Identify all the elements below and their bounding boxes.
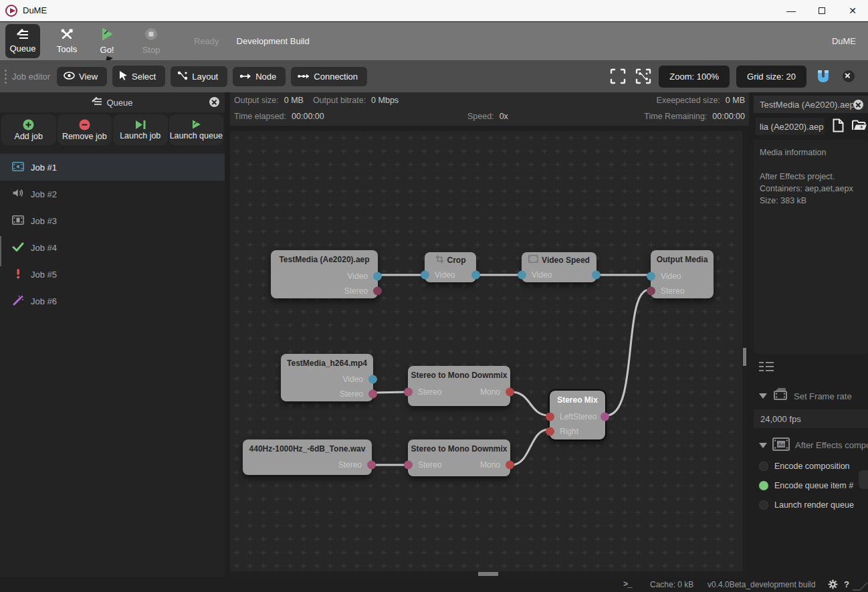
output-bitrate-value: 0 Mbps [371,96,399,105]
node-video-speed[interactable]: Video Speed Video [522,252,596,282]
close-button[interactable]: ✕ [837,0,868,21]
view-menu-button[interactable]: View [57,67,107,86]
option-launch-render-queue[interactable]: Launch render queue [759,500,854,510]
job-item-2[interactable]: Job #2 [0,181,225,207]
output-port[interactable] [506,461,514,470]
input-port[interactable] [404,461,413,470]
option-encode-queue-item[interactable]: Encode queue item # [759,481,853,490]
graph-vertical-scrollbar[interactable] [742,131,747,577]
ae-composition-section[interactable]: Ae After Effects compo [759,437,868,453]
input-port[interactable] [518,271,526,280]
frame-rate-section[interactable]: Set Frame rate [759,388,868,404]
output-bitrate-label: Output bitrate: [313,96,366,105]
graph-horizontal-scrollbar[interactable] [230,571,742,577]
eye-icon [64,72,75,82]
node-tone-wav[interactable]: 440Hz-1000Hz_-6dB_Tone.wav Stereo [243,439,372,475]
input-port[interactable] [647,272,655,281]
output-port[interactable] [592,271,601,280]
snap-magnet-icon[interactable] [813,66,833,86]
output-port[interactable] [367,461,376,470]
toolbar-drag-handle[interactable] [5,70,7,84]
connection-icon [298,72,310,82]
expected-size-value: 0 MB [726,96,745,105]
input-port[interactable] [404,388,413,397]
input-port[interactable] [546,413,554,421]
output-port[interactable] [373,287,382,296]
node-stereo-downmix-1[interactable]: Stereo to Mono Downmix StereoMono [408,366,510,406]
queue-tab-button[interactable]: Queue [5,24,40,58]
output-port[interactable] [368,375,377,384]
stats-divider [230,126,749,131]
output-port[interactable] [368,390,377,399]
output-port[interactable] [373,272,382,281]
input-port[interactable] [421,271,429,280]
radio-icon[interactable] [759,481,768,490]
main-toolbar: Queue Tools Go! Stop Ready Development B… [0,22,868,60]
job-list-scrollbar[interactable] [0,236,1,266]
blocks-list-icon[interactable] [759,361,774,375]
node-testmedia-mp4[interactable]: TestMedia_h264.mp4 Video Stereo [281,354,373,401]
node-crop[interactable]: Crop Video [425,252,476,282]
output-port[interactable] [506,388,514,397]
grid-size-button[interactable]: Grid size: 20 [736,66,806,88]
job-item-3[interactable]: Job #3 [0,207,225,234]
node-graph-canvas[interactable]: TestMedia (Ae2020).aep Video Stereo Crop… [230,131,747,577]
radio-icon[interactable] [759,462,768,471]
tools-button[interactable]: Tools [49,24,84,58]
expected-size-label: Exeepected size: [657,96,720,105]
job-item-6[interactable]: Job #6 [0,288,225,314]
output-port[interactable] [471,271,480,280]
node-title: Crop [447,256,466,265]
new-file-icon[interactable] [833,118,844,135]
maximize-button[interactable] [806,0,837,21]
job-item-5[interactable]: Job #5 [0,261,225,288]
frame-all-button[interactable] [608,66,628,86]
console-icon[interactable]: >_ [623,580,631,589]
node-output-media[interactable]: Output Media Video Stereo [651,250,714,298]
option-encode-composition[interactable]: Encode composition [759,462,850,471]
frame-rate-input[interactable]: 24,000 fps [754,409,868,428]
close-media-panel-icon[interactable] [853,100,863,110]
cursor-icon [119,70,128,82]
output-port[interactable] [601,413,609,421]
connection-line[interactable] [374,392,407,393]
node-testmedia-aep[interactable]: TestMedia (Ae2020).aep Video Stereo [271,250,378,298]
radio-icon[interactable] [759,500,768,510]
close-queue-panel-icon[interactable] [209,97,219,107]
connection-menu-button[interactable]: Connection [291,67,367,86]
launch-queue-button[interactable]: Launch queue [169,114,224,145]
settings-gear-icon[interactable] [828,579,838,591]
job-item-4[interactable]: Job #4 [0,234,225,261]
node-stereo-downmix-2[interactable]: Stereo to Mono Downmix StereoMono [408,439,510,476]
launch-job-button[interactable]: Launch job [113,114,168,145]
remove-job-button[interactable]: Remove job [58,114,112,145]
chevron-down-icon[interactable] [759,443,767,448]
layout-menu-button[interactable]: Layout [171,66,227,87]
node-stereo-mix[interactable]: Stereo Mix LeftStereo Right [550,391,605,439]
go-button[interactable]: Go! [90,24,124,58]
select-menu-button[interactable]: Select [112,66,165,87]
ae-comp-icon: Ae [772,437,790,453]
chevron-down-icon[interactable] [759,393,767,399]
add-job-button[interactable]: Add job [1,114,56,145]
media-panel-title: TestMedia (Ae2020).aep [760,100,853,110]
close-editor-icon[interactable] [839,66,859,86]
time-remaining-value: 00:00:00 [712,112,745,121]
input-port[interactable] [546,427,554,436]
input-port[interactable] [647,287,655,296]
job-label: Job #5 [31,270,57,280]
open-folder-icon[interactable] [852,120,867,134]
zoom-level-button[interactable]: Zoom: 100% [659,66,730,88]
option-label: Encode queue item # [774,481,853,490]
help-icon[interactable]: ? [844,579,849,589]
frame-selected-button[interactable] [633,66,653,86]
node-title: 440Hz-1000Hz_-6dB_Tone.wav [243,439,372,458]
job-item-1[interactable]: Job #1 [0,154,225,181]
resize-grip[interactable] [852,583,868,591]
file-name-input[interactable]: lia (Ae2020).aep [756,118,825,135]
job-editor-toolbar: Job editor View Select Layout Node Conne… [0,60,868,92]
stop-button[interactable]: Stop [134,24,169,58]
minimize-button[interactable]: — [776,0,806,21]
option-label: Encode composition [774,462,850,471]
node-menu-button[interactable]: Node [233,67,286,86]
